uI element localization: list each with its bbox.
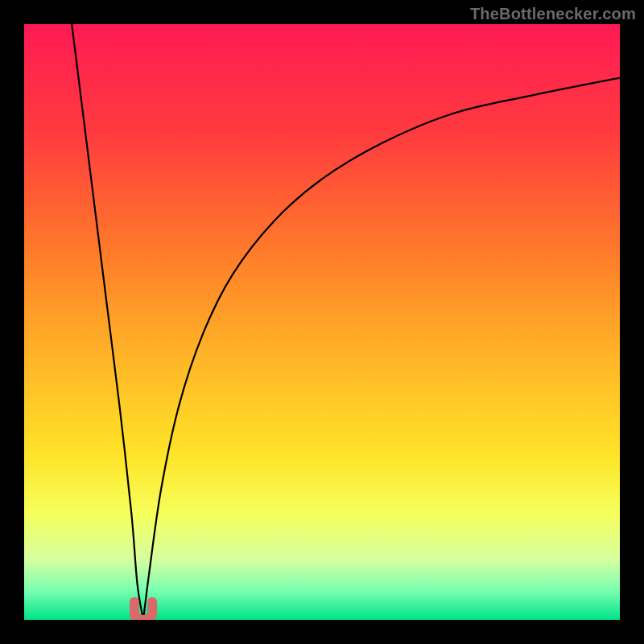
watermark-text: TheBottlenecker.com <box>470 5 636 23</box>
chart-frame: TheBottlenecker.com <box>0 0 644 644</box>
plot-area <box>24 24 620 620</box>
background-gradient <box>24 24 620 620</box>
